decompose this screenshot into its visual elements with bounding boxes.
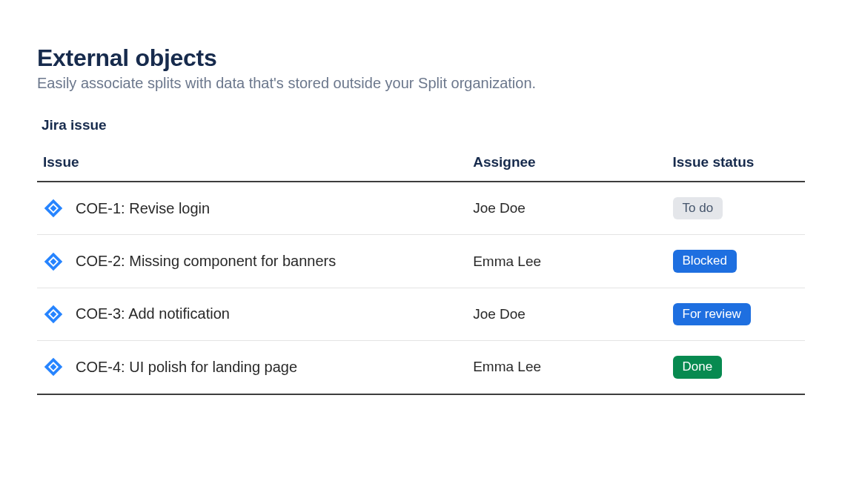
table-row[interactable]: COE-3: Add notification Joe Doe For revi… (37, 288, 805, 340)
page-subtitle: Easily associate splits with data that's… (37, 75, 805, 92)
assignee: Joe Doe (473, 200, 526, 216)
page-title: External objects (37, 44, 805, 72)
issues-table: Issue Assignee Issue status COE-1: Revis… (37, 145, 805, 395)
column-header-issue[interactable]: Issue (37, 145, 467, 182)
jira-icon (43, 304, 64, 325)
issue-cell: COE-3: Add notification (43, 304, 461, 325)
table-row[interactable]: COE-2: Missing component for banners Emm… (37, 235, 805, 288)
table-row[interactable]: COE-1: Revise login Joe Doe To do (37, 182, 805, 235)
status-badge: Done (673, 356, 723, 378)
status-badge: To do (673, 197, 723, 219)
issue-cell: COE-1: Revise login (43, 198, 461, 219)
assignee: Emma Lee (473, 359, 541, 374)
section-label: Jira issue (42, 117, 805, 133)
jira-icon (43, 357, 64, 377)
issue-title: COE-4: UI polish for landing page (76, 359, 297, 376)
jira-icon (43, 198, 64, 219)
jira-icon (43, 251, 64, 272)
table-row[interactable]: COE-4: UI polish for landing page Emma L… (37, 341, 805, 394)
issue-title: COE-2: Missing component for banners (76, 253, 336, 270)
column-header-status[interactable]: Issue status (667, 145, 805, 182)
status-badge: Blocked (673, 250, 737, 272)
issue-cell: COE-2: Missing component for banners (43, 251, 461, 272)
assignee: Joe Doe (473, 306, 526, 322)
issue-title: COE-1: Revise login (76, 200, 210, 217)
status-badge: For review (673, 303, 751, 325)
issue-title: COE-3: Add notification (76, 305, 230, 322)
assignee: Emma Lee (473, 253, 541, 269)
issue-cell: COE-4: UI polish for landing page (43, 357, 461, 377)
column-header-assignee[interactable]: Assignee (467, 145, 666, 182)
